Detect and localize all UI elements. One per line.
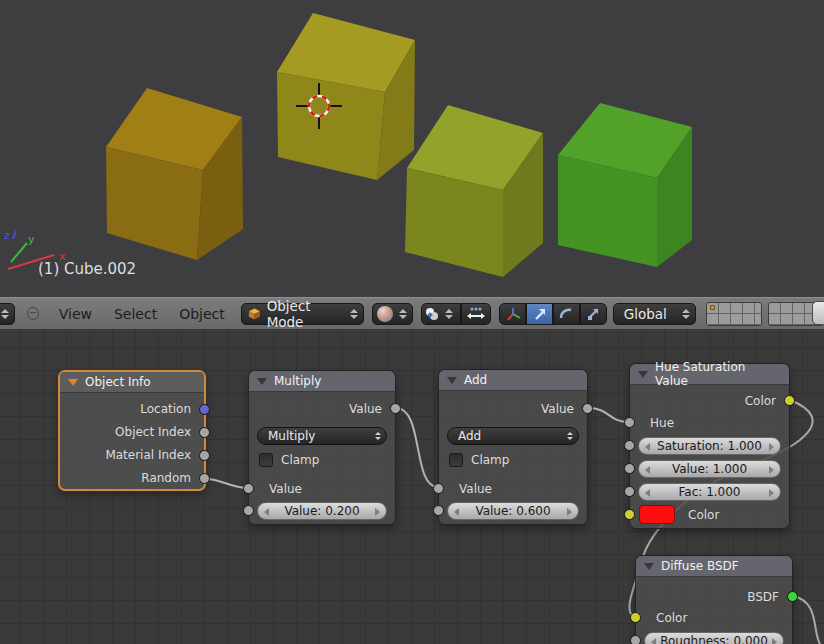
slider-right-arrow-icon[interactable] <box>769 489 774 497</box>
cube-3[interactable] <box>405 105 543 277</box>
collapse-triangle-icon[interactable] <box>638 371 648 378</box>
socket-random-out[interactable] <box>199 473 210 484</box>
socket-bsdf-out[interactable] <box>787 591 798 602</box>
node-object-info[interactable]: Object Info Location Object Index Materi… <box>58 370 206 491</box>
color-swatch[interactable] <box>639 505 675 524</box>
node-editor[interactable]: Object Info Location Object Index Materi… <box>0 331 824 644</box>
collapse-triangle-icon[interactable] <box>68 379 78 386</box>
socket-hue-in[interactable] <box>624 417 635 428</box>
layer-cell[interactable] <box>755 303 762 314</box>
collapse-triangle-icon[interactable] <box>257 378 267 385</box>
3d-viewport[interactable]: x y z (1) Cube.002 <box>0 0 824 297</box>
socket-fac-in[interactable] <box>624 486 635 497</box>
editor-type-spinner-icon[interactable] <box>0 309 14 319</box>
slider-left-arrow-icon[interactable] <box>645 489 650 497</box>
layer-cell[interactable] <box>755 314 762 325</box>
layer-cell[interactable] <box>781 303 793 314</box>
pivot-spinner-icon[interactable] <box>440 309 458 319</box>
socket-saturation-in[interactable] <box>624 440 635 451</box>
socket-color-in[interactable] <box>630 612 641 623</box>
menu-select[interactable]: Select <box>110 306 161 322</box>
layer-cell[interactable] <box>793 303 805 314</box>
slider-left-arrow-icon[interactable] <box>264 508 269 516</box>
value-slider[interactable]: Value: 0.200 <box>257 502 387 520</box>
mode-spinner-icon[interactable] <box>345 309 363 319</box>
layer-cell-active[interactable] <box>707 303 719 314</box>
socket-value-in-1[interactable] <box>243 483 254 494</box>
collapse-triangle-icon[interactable] <box>447 377 457 384</box>
slider-right-arrow-icon[interactable] <box>567 508 572 516</box>
slider-right-arrow-icon[interactable] <box>769 443 774 451</box>
node-multiply-header[interactable]: Multiply <box>249 371 395 392</box>
layers-group-1[interactable] <box>706 302 762 326</box>
socket-material-index-out[interactable] <box>199 450 210 461</box>
layer-cell[interactable] <box>719 314 731 325</box>
socket-value-in[interactable] <box>624 463 635 474</box>
editor-type-button[interactable] <box>0 303 15 325</box>
node-add[interactable]: Add Value Add Clamp Value Value: 0.600 <box>438 369 588 525</box>
slider-left-arrow-icon[interactable] <box>651 638 656 644</box>
layer-cell[interactable] <box>781 314 793 325</box>
socket-color-out[interactable] <box>784 395 795 406</box>
socket-value-out[interactable] <box>582 403 593 414</box>
math-operation-dropdown[interactable]: Add <box>447 427 579 445</box>
layer-cell[interactable] <box>719 303 731 314</box>
layer-cell[interactable] <box>769 314 781 325</box>
shading-spinner-icon[interactable] <box>394 309 412 319</box>
menu-object[interactable]: Object <box>175 306 229 322</box>
saturation-slider[interactable]: Saturation: 1.000 <box>638 437 781 455</box>
node-hue-saturation-value[interactable]: Hue Saturation Value Color Hue Saturatio… <box>629 363 790 529</box>
node-object-info-header[interactable]: Object Info <box>60 372 204 393</box>
node-hsv-header[interactable]: Hue Saturation Value <box>630 364 789 385</box>
cube-2[interactable] <box>277 13 415 180</box>
slider-right-arrow-icon[interactable] <box>772 638 777 644</box>
slider-left-arrow-icon[interactable] <box>645 466 650 474</box>
orientation-spinner-icon[interactable] <box>677 309 695 319</box>
layer-cell[interactable] <box>707 314 719 325</box>
slider-right-arrow-icon[interactable] <box>769 466 774 474</box>
math-operation-dropdown[interactable]: Multiply <box>257 427 387 445</box>
socket-value-in-2[interactable] <box>243 505 254 516</box>
collapse-triangle-icon[interactable] <box>644 563 654 570</box>
slider-right-arrow-icon[interactable] <box>375 508 380 516</box>
mode-dropdown[interactable]: Object Mode <box>241 303 364 325</box>
layer-cell[interactable] <box>731 303 743 314</box>
cube-1[interactable] <box>106 88 243 260</box>
node-multiply[interactable]: Multiply Value Multiply Clamp Value Valu… <box>248 370 396 525</box>
socket-value-out[interactable] <box>390 403 401 414</box>
layer-cell[interactable] <box>731 314 743 325</box>
orientation-dropdown[interactable]: Global <box>613 303 697 325</box>
node-diffuse-bsdf[interactable]: Diffuse BSDF BSDF Color Roughness: 0.000 <box>635 555 793 644</box>
layer-cell[interactable] <box>743 314 755 325</box>
collapse-menus-icon[interactable] <box>27 307 39 320</box>
socket-location-out[interactable] <box>199 404 210 415</box>
manipulator-toggle[interactable] <box>499 303 526 325</box>
layer-cell[interactable] <box>793 314 805 325</box>
translate-manipulator-button[interactable] <box>526 303 553 325</box>
value-slider[interactable]: Value: 0.600 <box>447 502 579 520</box>
socket-roughness-in[interactable] <box>630 635 641 644</box>
manipulate-centers-toggle[interactable] <box>461 303 492 325</box>
socket-value-in-1[interactable] <box>433 483 444 494</box>
rotate-manipulator-button[interactable] <box>553 303 580 325</box>
value-slider[interactable]: Value: 1.000 <box>638 460 781 478</box>
snap-button-partial[interactable] <box>812 301 824 325</box>
shading-dropdown[interactable] <box>372 303 414 325</box>
pivot-dropdown[interactable] <box>421 303 460 325</box>
clamp-checkbox[interactable] <box>259 453 273 467</box>
menu-view[interactable]: View <box>55 306 96 322</box>
socket-object-index-out[interactable] <box>199 427 210 438</box>
cube-4[interactable] <box>558 103 692 267</box>
layer-cell[interactable] <box>769 303 781 314</box>
socket-value-in-2[interactable] <box>433 505 444 516</box>
clamp-checkbox[interactable] <box>449 453 463 467</box>
slider-left-arrow-icon[interactable] <box>645 443 650 451</box>
fac-slider[interactable]: Fac: 1.000 <box>638 483 781 501</box>
socket-color-in[interactable] <box>624 509 635 520</box>
scale-manipulator-button[interactable] <box>580 303 607 325</box>
node-add-header[interactable]: Add <box>439 370 587 391</box>
roughness-slider[interactable]: Roughness: 0.000 <box>644 632 784 644</box>
layer-cell[interactable] <box>743 303 755 314</box>
node-diffuse-header[interactable]: Diffuse BSDF <box>636 556 792 577</box>
slider-left-arrow-icon[interactable] <box>454 508 459 516</box>
